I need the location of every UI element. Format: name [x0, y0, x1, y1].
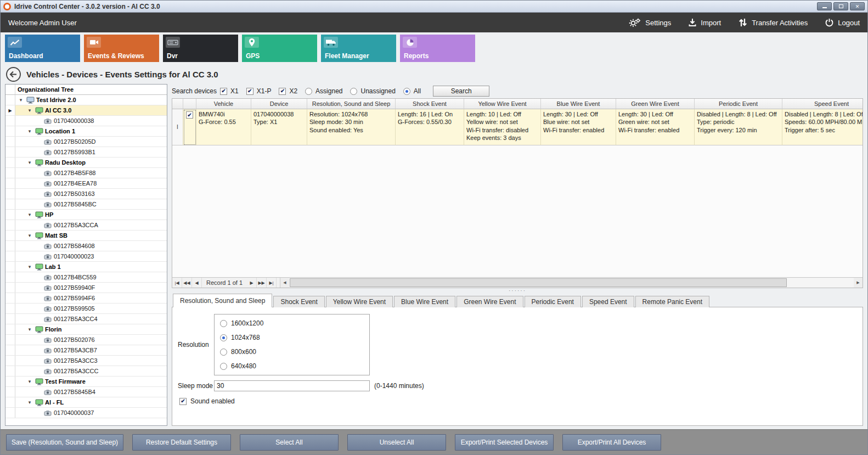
footer-button-export-print-selected-devices[interactable]: Export/Print Selected Devices: [455, 434, 554, 451]
cell-vehicle[interactable]: BMW740i G-Force: 0.55: [196, 109, 251, 145]
scroll-track[interactable]: [289, 278, 854, 288]
nav-tile-events-reviews[interactable]: Events & Reviews: [84, 35, 159, 62]
filter-checkbox-x1[interactable]: [220, 88, 227, 95]
tree-item-00127b50205d[interactable]: 00127B50205D: [5, 137, 167, 147]
back-button[interactable]: [6, 67, 21, 82]
tree-header[interactable]: Organizational Tree: [15, 85, 167, 94]
tree-item-00127b584608[interactable]: 00127B584608: [5, 241, 167, 251]
scroll-right-icon[interactable]: ▶: [854, 278, 863, 288]
filter-radio-all[interactable]: [403, 88, 410, 95]
nav-tile-reports[interactable]: Reports: [400, 35, 475, 62]
scroll-thumb[interactable]: [290, 278, 786, 287]
tree-item-00127b599505[interactable]: 00127B599505: [5, 304, 167, 314]
scroll-left-icon[interactable]: ◀: [280, 278, 289, 288]
minimize-button[interactable]: [817, 2, 832, 10]
nav-tile-dvr[interactable]: Dvr: [163, 35, 238, 62]
column-header-green-wire-event[interactable]: Green Wire Event: [616, 99, 695, 109]
expand-arrow-icon[interactable]: ▾: [26, 128, 33, 134]
cell-shock-event[interactable]: Length: 16 | Led: On G-Forces: 0.55/0.30: [396, 109, 464, 145]
expand-arrow-icon[interactable]: ▾: [26, 108, 33, 113]
tree-item-hp[interactable]: ▾ HP: [5, 210, 167, 220]
tree-item-00127b502076[interactable]: 00127B502076: [5, 335, 167, 345]
tree-item-00127b503163[interactable]: 00127B503163: [5, 189, 167, 199]
tree-item-al-fl[interactable]: ▾ Al - FL: [5, 397, 167, 408]
expand-arrow-icon[interactable]: ▾: [26, 327, 33, 332]
column-header-device[interactable]: Device: [251, 99, 307, 109]
radio-icon[interactable]: [220, 363, 227, 370]
tree-item-al-cc-3-0[interactable]: ▶ ▾ Al CC 3.0: [5, 105, 167, 116]
expand-arrow-icon[interactable]: ▾: [26, 233, 33, 238]
nav-prev-page-icon[interactable]: ◀◀: [182, 278, 192, 288]
footer-button-export-print-all-devices[interactable]: Export/Print All Devices: [562, 434, 661, 451]
tree-item-test-firmware[interactable]: ▾ Test Firmware: [5, 377, 167, 387]
cell-periodic-event[interactable]: Disabled | Length: 8 | Led: Off Type: pe…: [695, 109, 782, 145]
tab-remote-panic-event[interactable]: Remote Panic Event: [635, 296, 709, 307]
tree-item-00127b5993b1[interactable]: 00127B5993B1: [5, 147, 167, 158]
tree-item-00127b4b5f88[interactable]: 00127B4B5F88: [5, 168, 167, 178]
tree-item-00127b5845bc[interactable]: 00127B5845BC: [5, 199, 167, 210]
resolution-option-1024x768[interactable]: 1024x768: [220, 334, 364, 341]
sleep-mode-input[interactable]: [214, 380, 370, 391]
tab-shock-event[interactable]: Shock Event: [273, 296, 324, 307]
filter-checkbox-x1-p[interactable]: [246, 88, 253, 95]
footer-button-restore-default-settings[interactable]: Restore Default Settings: [132, 434, 231, 451]
cell-resolution-sound-and-sleep[interactable]: Resolution: 1024x768 Sleep mode: 30 min …: [307, 109, 396, 145]
tree-item-00127b5a3cca[interactable]: 00127B5A3CCA: [5, 220, 167, 231]
column-header-blue-wire-event[interactable]: Blue Wire Event: [541, 99, 616, 109]
filter-radio-assigned[interactable]: [305, 88, 312, 95]
cell-blue-wire-event[interactable]: Length: 30 | Led: Off Blue wire: not set…: [541, 109, 616, 145]
search-button[interactable]: Search: [433, 86, 489, 97]
column-header-yellow-wire-event[interactable]: Yellow Wire Event: [464, 99, 541, 109]
nav-next-icon[interactable]: ▶: [247, 278, 257, 288]
tree-item-florin[interactable]: ▾ Florin: [5, 324, 167, 335]
tree-item-lab-1[interactable]: ▾ Lab 1: [5, 262, 167, 272]
tab-speed-event[interactable]: Speed Event: [582, 296, 634, 307]
tree-item-matt-sb[interactable]: ▾ Matt SB: [5, 231, 167, 241]
tab-yellow-wire-event[interactable]: Yellow Wire Event: [326, 296, 393, 307]
tree-item-00127b4eea78[interactable]: 00127B4EEA78: [5, 178, 167, 189]
close-button[interactable]: [850, 2, 865, 10]
expand-arrow-icon[interactable]: ▾: [26, 160, 33, 165]
nav-first-icon[interactable]: |◀: [172, 278, 182, 288]
header-action-settings[interactable]: Settings: [629, 18, 671, 27]
expand-arrow-icon[interactable]: ▾: [26, 400, 33, 405]
row-checkbox[interactable]: [186, 111, 193, 119]
tree-item-00127b4bc559[interactable]: 00127B4BC559: [5, 272, 167, 283]
tab-blue-wire-event[interactable]: Blue Wire Event: [394, 296, 455, 307]
footer-button-select-all[interactable]: Select All: [240, 434, 339, 451]
expand-arrow-icon[interactable]: ▾: [18, 97, 24, 103]
tree-item-00127b5a3cc4[interactable]: 00127B5A3CC4: [5, 314, 167, 324]
splitter-handle[interactable]: ······: [172, 288, 863, 294]
footer-button-save-resolution-sound-and-sleep[interactable]: Save (Resolution, Sound and Sleep): [6, 434, 123, 451]
tab-resolution-sound-and-sleep[interactable]: Resolution, Sound and Sleep: [173, 294, 272, 307]
cell-speed-event[interactable]: Disabled | Length: 8 | Led: Off Speeds: …: [782, 109, 863, 145]
nav-prev-icon[interactable]: ◀: [192, 278, 202, 288]
tree-item-test-idrive-2-0[interactable]: ▾ Test Idrive 2.0: [5, 95, 167, 105]
sound-enabled-checkbox[interactable]: [179, 398, 187, 405]
header-action-import[interactable]: Import: [689, 18, 721, 27]
nav-next-page-icon[interactable]: ▶▶: [257, 278, 267, 288]
radio-icon[interactable]: [220, 349, 227, 356]
expand-arrow-icon[interactable]: ▾: [26, 212, 33, 217]
column-header-vehicle[interactable]: Vehicle: [196, 99, 251, 109]
expand-arrow-icon[interactable]: ▾: [26, 264, 33, 269]
nav-last-icon[interactable]: ▶|: [267, 278, 277, 288]
tree-item-00127b59940f[interactable]: 00127B59940F: [5, 283, 167, 293]
cell-yellow-wire-event[interactable]: Length: 10 | Led: Off Yellow wire: not s…: [464, 109, 541, 145]
filter-checkbox-x2[interactable]: [279, 88, 286, 95]
tree-item-00127b5845b4[interactable]: 00127B5845B4: [5, 387, 167, 397]
tab-green-wire-event[interactable]: Green Wire Event: [456, 296, 523, 307]
grid-horizontal-scrollbar[interactable]: ◀ ▶: [280, 278, 863, 288]
header-action-transfer-activities[interactable]: Transfer Activities: [739, 18, 808, 27]
maximize-button[interactable]: [833, 2, 848, 10]
resolution-option-640x480[interactable]: 640x480: [220, 362, 364, 370]
tree-item-location-1[interactable]: ▾ Location 1: [5, 126, 167, 137]
tree-item-017040000037[interactable]: 017040000037: [5, 408, 167, 418]
nav-tile-fleet-manager[interactable]: Fleet Manager: [321, 35, 396, 62]
nav-tile-dashboard[interactable]: Dashboard: [5, 35, 80, 62]
column-header-speed-event[interactable]: Speed Event: [782, 99, 863, 109]
tree-item-00127b5a3cc3[interactable]: 00127B5A3CC3: [5, 356, 167, 366]
column-header-shock-event[interactable]: Shock Event: [396, 99, 464, 109]
cell-device[interactable]: 017040000038 Type: X1: [251, 109, 307, 145]
resolution-option-1600x1200[interactable]: 1600x1200: [220, 319, 364, 327]
